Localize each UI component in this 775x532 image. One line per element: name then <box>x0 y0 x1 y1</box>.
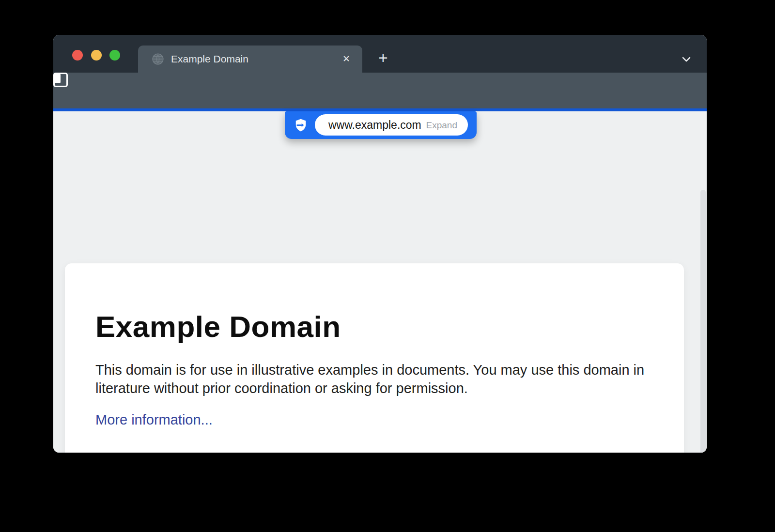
close-window-button[interactable] <box>72 50 83 61</box>
page-viewport: www.example.com Expand Example Domain Th… <box>53 111 707 453</box>
isolated-hostname: www.example.com <box>328 119 421 132</box>
tab-strip: Example Domain ✕ + <box>53 35 707 73</box>
side-panel-fill <box>55 74 61 83</box>
side-panel-icon[interactable] <box>53 73 68 87</box>
tab-title: Example Domain <box>171 53 248 65</box>
minimize-window-button[interactable] <box>91 50 102 61</box>
isolated-url-pill[interactable]: www.example.com Expand <box>315 114 468 136</box>
example-domain-card: Example Domain This domain is for use in… <box>65 263 684 453</box>
isolation-host-pill[interactable]: www.example.com Expand <box>285 111 477 139</box>
desktop-background: Example Domain ✕ + <box>0 0 775 532</box>
new-tab-button[interactable]: + <box>374 49 392 68</box>
tab-close-icon[interactable]: ✕ <box>340 53 353 65</box>
browser-toolbar: browser-beta.cloudflareaccess.com/… C <box>53 73 707 108</box>
tab-example-domain[interactable]: Example Domain ✕ <box>138 46 362 73</box>
zoom-window-button[interactable] <box>109 50 120 61</box>
expand-button[interactable]: Expand <box>426 120 457 131</box>
globe-favicon-icon <box>152 53 164 65</box>
page-title: Example Domain <box>95 309 652 344</box>
chevron-down-icon[interactable] <box>680 52 693 66</box>
shield-arrow-icon <box>294 118 308 133</box>
browser-window: Example Domain ✕ + <box>53 35 707 453</box>
vertical-scrollbar[interactable] <box>700 190 706 453</box>
more-information-link[interactable]: More information... <box>95 412 213 428</box>
page-paragraph: This domain is for use in illustrative e… <box>95 361 652 397</box>
